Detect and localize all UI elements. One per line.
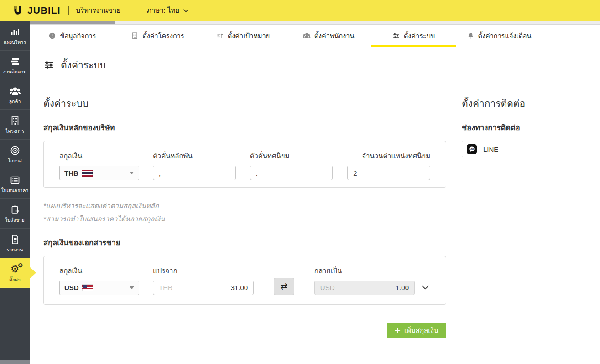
- convert-from-currency: THB: [159, 284, 172, 291]
- system-settings-column: ตั้งค่าระบบ สกุลเงินหลักของบริษัท สกุลเง…: [43, 96, 446, 338]
- contact-channel-heading: ช่องทางการติดต่อ: [462, 122, 600, 134]
- language-label: ภาษา: ไทย: [147, 5, 179, 16]
- page-title: ตั้งค่าระบบ: [61, 57, 106, 73]
- expand-chevron-icon[interactable]: [420, 282, 430, 292]
- tab-label: ตั้งค่าการแจ้งเตือน: [478, 31, 532, 41]
- bar-chart-icon: [10, 26, 21, 37]
- line-app-icon: LINE: [467, 144, 477, 154]
- currency-value: USD: [64, 284, 79, 291]
- decimal-places-label: จำนวนตำแหน่งทศนิยม: [347, 151, 430, 161]
- contact-channel-line[interactable]: LINE LINE: [462, 141, 600, 157]
- thousand-separator-field: ตัวคั่นหลักพัน: [153, 151, 236, 180]
- sidebar-item-dashboard[interactable]: แผงบริหาร: [0, 21, 30, 51]
- currency-notes: *แผงบริหารจะแสดงค่าตามสกุลเงินหลัก *สามา…: [43, 199, 446, 226]
- sidebar-item-label: โครงการ: [5, 129, 24, 134]
- convert-to-field: กลายเป็น USD 1.00: [314, 265, 415, 295]
- decimal-separator-label: ตัวคั่นทศนิยม: [250, 151, 333, 161]
- sliders-icon: [392, 32, 400, 40]
- contact-settings-column: ตั้งค่าการติดต่อ ช่องทางการติดต่อ LINE L…: [462, 96, 600, 338]
- convert-to-label: กลายเป็น: [314, 265, 415, 276]
- report-document-icon: [10, 234, 21, 245]
- decimal-places-input[interactable]: [347, 166, 430, 180]
- building-icon: [131, 32, 139, 40]
- note-line: *สามารถทำใบเสนอราคาได้หลายสกุลเงิน: [43, 212, 446, 225]
- tab-project-settings[interactable]: ตั้งค่าโครงการ: [115, 25, 200, 47]
- tab-label: ตั้งค่าระบบ: [404, 31, 435, 41]
- currency-dropdown[interactable]: USD: [59, 281, 139, 295]
- sidebar-item-tasks[interactable]: งานติดตาม: [0, 51, 30, 80]
- sidebar-item-customers[interactable]: ลูกค้า: [0, 80, 30, 110]
- target-lines-icon: [216, 32, 224, 40]
- convert-from-field: แปรจาก THB 31.00: [153, 265, 254, 295]
- tab-system-settings[interactable]: ตั้งค่าระบบ: [371, 25, 456, 47]
- plus-icon: [395, 328, 401, 333]
- topbar-divider: [68, 6, 69, 15]
- currency-field: สกุลเงิน USD: [59, 265, 139, 295]
- sidebar-item-label: โอกาส: [8, 158, 22, 163]
- sidebar-item-quotations[interactable]: ใบเสนอราคา: [0, 169, 30, 199]
- tab-label: ตั้งค่าพนักงาน: [314, 31, 355, 41]
- thousand-separator-input[interactable]: [153, 166, 236, 180]
- caret-down-icon: [130, 286, 134, 289]
- sidebar-item-label: แผงบริหาร: [4, 40, 26, 45]
- horizontal-scrollbar: [0, 360, 600, 364]
- building-icon: [10, 115, 21, 126]
- sidebar-item-label: งานติดตาม: [3, 69, 26, 74]
- tab-label: ข้อมูลกิจการ: [60, 31, 96, 41]
- currency-label: สกุลเงิน: [59, 151, 139, 161]
- sidebar-item-label: ตั้งค่า: [9, 277, 21, 282]
- swap-currency-button[interactable]: ⇄: [274, 278, 294, 295]
- tab-notification-settings[interactable]: ตั้งค่าการแจ้งเตือน: [456, 25, 542, 47]
- sidebar: แผงบริหาร งานติดตาม ลูกค้า โครงการ โอกาส…: [0, 21, 30, 360]
- convert-from-input[interactable]: THB 31.00: [153, 281, 254, 295]
- svg-text:LINE: LINE: [470, 148, 474, 150]
- sidebar-item-settings[interactable]: ⚙ ⚙ ตั้งค่า: [0, 258, 30, 288]
- secondary-tab-bar: ข้อมูลกิจการ ตั้งค่าโครงการ ตั้งค่าเป้าห…: [30, 25, 600, 47]
- tab-business-info[interactable]: ข้อมูลกิจการ: [30, 25, 115, 47]
- convert-from-amount: 31.00: [231, 284, 248, 291]
- currency-label: สกุลเงิน: [59, 265, 139, 276]
- brand: JUBILI: [12, 5, 61, 16]
- currency-dropdown[interactable]: THB: [59, 166, 139, 180]
- bell-icon: [467, 32, 475, 40]
- exclamation-circle-icon: [48, 32, 56, 40]
- decimal-separator-input[interactable]: [250, 166, 333, 180]
- brand-name: JUBILI: [27, 5, 61, 16]
- contact-channel-label: LINE: [483, 146, 498, 153]
- jubili-logo-icon: [12, 5, 24, 16]
- people-group-icon: [9, 86, 21, 97]
- scrollbar-thumb[interactable]: [0, 360, 30, 364]
- tab-employee-settings[interactable]: ตั้งค่าพนักงาน: [286, 25, 371, 47]
- thailand-flag-icon: [82, 170, 93, 177]
- sales-doc-currency-heading: สกุลเงินของเอกสารขาย: [43, 237, 446, 249]
- currency-value: THB: [64, 169, 78, 177]
- sidebar-item-projects[interactable]: โครงการ: [0, 110, 30, 140]
- content: ตั้งค่าระบบ สกุลเงินหลักของบริษัท สกุลเง…: [30, 83, 600, 338]
- decimal-separator-field: ตัวคั่นทศนิยม: [250, 151, 333, 180]
- convert-to-amount: 1.00: [396, 284, 409, 291]
- add-currency-button[interactable]: เพิ่มสกุลเงิน: [387, 323, 446, 338]
- stacked-tasks-icon: [10, 56, 21, 67]
- caret-down-icon: [130, 172, 134, 174]
- people-group-icon: [303, 32, 311, 40]
- button-row: เพิ่มสกุลเงิน: [43, 323, 446, 338]
- chevron-down-icon: [183, 7, 189, 14]
- app-subtitle: บริหารงานขาย: [76, 5, 120, 16]
- sidebar-item-sales-orders[interactable]: ใบสั่งขาย: [0, 199, 30, 229]
- swap-arrows-icon: ⇄: [281, 281, 288, 291]
- add-currency-label: เพิ่มสกุลเงิน: [404, 325, 438, 336]
- quotation-list-icon: [10, 175, 21, 186]
- bullseye-icon: [10, 145, 21, 156]
- currency-field: สกุลเงิน THB: [59, 151, 139, 180]
- language-selector[interactable]: ภาษา: ไทย: [147, 5, 189, 16]
- app-window: JUBILI บริหารงานขาย ภาษา: ไทย แผงบริหาร …: [0, 0, 600, 364]
- sidebar-item-opportunities[interactable]: โอกาส: [0, 140, 30, 169]
- sidebar-item-label: รายงาน: [7, 247, 23, 252]
- decimal-places-field: จำนวนตำแหน่งทศนิยม: [347, 151, 430, 180]
- note-line: *แผงบริหารจะแสดงค่าตามสกุลเงินหลัก: [43, 199, 446, 212]
- sidebar-item-label: ใบสั่งขาย: [5, 218, 25, 223]
- convert-to-input: USD 1.00: [314, 281, 415, 295]
- sidebar-item-reports[interactable]: รายงาน: [0, 229, 30, 258]
- tab-target-settings[interactable]: ตั้งค่าเป้าหมาย: [200, 25, 286, 47]
- main-area: ตั้งค่ากิจการ ตั้งค่าผู้ใช้งาน จัดการสิน…: [30, 0, 600, 338]
